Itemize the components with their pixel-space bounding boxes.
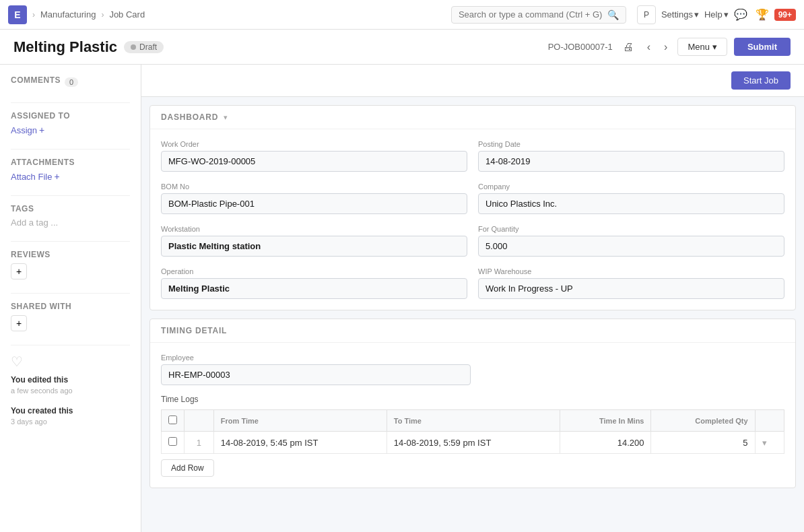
row-dropdown-icon[interactable]: ▾ xyxy=(762,438,767,448)
wip-warehouse-label: WIP Warehouse xyxy=(478,267,784,275)
search-bar[interactable]: 🔍 xyxy=(451,6,626,24)
trophy-icon[interactable]: 🏆 xyxy=(756,8,769,21)
bom-no-label: BOM No xyxy=(161,182,467,191)
tags-section: Tags Add a tag ... xyxy=(11,204,130,228)
dashboard-chevron[interactable]: ▾ xyxy=(224,113,228,122)
dashboard-form: Work Order Posting Date BOM No Company xyxy=(161,140,784,299)
menu-button[interactable]: Menu ▾ xyxy=(677,38,727,56)
dashboard-title: DASHBOARD xyxy=(161,112,218,122)
bom-no-input[interactable] xyxy=(161,193,467,214)
reviews-label: Reviews xyxy=(11,250,130,259)
timing-card: TIMING DETAIL Employee Time Logs xyxy=(149,319,796,488)
add-row-button[interactable]: Add Row xyxy=(161,459,214,477)
activity-2-time: 3 days ago xyxy=(11,418,130,426)
operation-label: Operation xyxy=(161,267,467,275)
app-icon: E xyxy=(8,5,27,24)
comments-label: Comments xyxy=(11,75,61,85)
company-group: Company xyxy=(478,182,784,214)
page-header: Melting Plastic Draft PO-JOB00007-1 🖨 ‹ … xyxy=(0,30,804,65)
assigned-to-label: Assigned To xyxy=(11,111,130,121)
reviews-section: Reviews + xyxy=(11,250,130,279)
divider-5 xyxy=(11,293,130,294)
company-input[interactable] xyxy=(478,193,784,214)
status-text: Draft xyxy=(139,42,157,52)
assign-button[interactable]: Assign + xyxy=(11,125,130,135)
notification-badge[interactable]: 99+ xyxy=(774,9,796,21)
prev-button[interactable]: ‹ xyxy=(644,40,654,55)
breadcrumb-chevron-1: › xyxy=(32,10,35,20)
top-nav: E › Manufacturing › Job Card 🔍 P Setting… xyxy=(0,0,804,30)
print-button[interactable]: 🖨 xyxy=(619,40,637,55)
breadcrumb-chevron-2: › xyxy=(101,10,104,20)
chat-icon[interactable]: 💬 xyxy=(734,8,747,21)
add-review-button[interactable]: + xyxy=(11,263,27,279)
status-dot xyxy=(131,44,136,50)
divider-2 xyxy=(11,149,130,149)
work-order-input[interactable] xyxy=(161,151,467,172)
time-in-mins-cell: 14.200 xyxy=(560,432,651,454)
table-row: 1 14-08-2019, 5:45 pm IST 14-08-2019, 5:… xyxy=(162,432,784,454)
attachments-label: Attachments xyxy=(11,158,130,167)
employee-group: Employee xyxy=(161,354,471,385)
page-header-right: PO-JOB00007-1 🖨 ‹ › Menu ▾ Submit xyxy=(548,38,791,56)
add-tag-button[interactable]: Add a tag ... xyxy=(11,218,130,228)
next-button[interactable]: › xyxy=(661,40,671,55)
nav-icons: 💬 🏆 xyxy=(734,8,769,21)
shared-with-label: Shared With xyxy=(11,302,130,311)
settings-menu[interactable]: Settings ▾ xyxy=(661,9,699,20)
breadcrumb-job-card[interactable]: Job Card xyxy=(109,9,145,20)
sidebar: Comments 0 Assigned To Assign + Attachme… xyxy=(0,65,141,532)
row-action-cell: ▾ xyxy=(755,432,784,454)
operation-group: Operation xyxy=(161,267,467,299)
row-checkbox[interactable] xyxy=(168,437,177,446)
search-input[interactable] xyxy=(459,9,603,20)
timing-header: TIMING DETAIL xyxy=(150,319,795,343)
tags-label: Tags xyxy=(11,204,130,213)
activity-section: ♡ You edited this a few seconds ago You … xyxy=(11,354,130,426)
add-shared-button[interactable]: + xyxy=(11,315,27,331)
attach-plus-icon: + xyxy=(54,171,59,182)
workstation-input[interactable] xyxy=(161,236,467,257)
time-logs-table: From Time To Time Time In Mins Completed… xyxy=(161,409,784,454)
divider-4 xyxy=(11,241,130,242)
posting-date-input[interactable] xyxy=(478,151,784,172)
dashboard-body: Work Order Posting Date BOM No Company xyxy=(150,129,795,310)
submit-button[interactable]: Submit xyxy=(734,38,791,56)
assigned-to-section: Assigned To Assign + xyxy=(11,111,130,135)
bom-no-group: BOM No xyxy=(161,182,467,214)
from-time-cell: 14-08-2019, 5:45 pm IST xyxy=(213,432,387,454)
help-menu[interactable]: Help ▾ xyxy=(704,9,729,20)
th-from-time: From Time xyxy=(213,410,387,432)
wip-warehouse-group: WIP Warehouse xyxy=(478,267,784,299)
activity-2: You created this xyxy=(11,405,130,418)
shared-with-section: Shared With + xyxy=(11,302,130,331)
wip-warehouse-input[interactable] xyxy=(478,278,784,299)
start-job-bar: Start Job xyxy=(141,65,804,97)
profile-button[interactable]: P xyxy=(637,5,656,24)
operation-input[interactable] xyxy=(161,278,467,299)
dashboard-card: DASHBOARD ▾ Work Order Posting Date BOM … xyxy=(149,105,796,310)
posting-date-label: Posting Date xyxy=(478,140,784,148)
th-to-time: To Time xyxy=(387,410,560,432)
th-actions xyxy=(755,410,784,432)
divider-6 xyxy=(11,345,130,345)
doc-id: PO-JOB00007-1 xyxy=(548,42,613,52)
completed-qty-cell: 5 xyxy=(651,432,755,454)
company-label: Company xyxy=(478,182,784,191)
select-all-checkbox[interactable] xyxy=(168,415,177,424)
breadcrumb-manufacturing[interactable]: Manufacturing xyxy=(40,9,96,20)
for-quantity-input[interactable] xyxy=(478,236,784,257)
work-order-label: Work Order xyxy=(161,140,467,148)
attachments-section: Attachments Attach File + xyxy=(11,158,130,182)
start-job-button[interactable]: Start Job xyxy=(731,71,791,90)
heart-icon: ♡ xyxy=(11,354,130,370)
search-icon: 🔍 xyxy=(607,9,619,20)
page-title: Melting Plastic xyxy=(13,38,117,56)
posting-date-group: Posting Date xyxy=(478,140,784,172)
assign-plus-icon: + xyxy=(39,125,44,135)
comments-count: 0 xyxy=(65,77,78,87)
activity-1: You edited this xyxy=(11,374,130,387)
employee-input[interactable] xyxy=(161,364,471,385)
attach-file-button[interactable]: Attach File + xyxy=(11,171,130,182)
employee-label: Employee xyxy=(161,354,471,362)
